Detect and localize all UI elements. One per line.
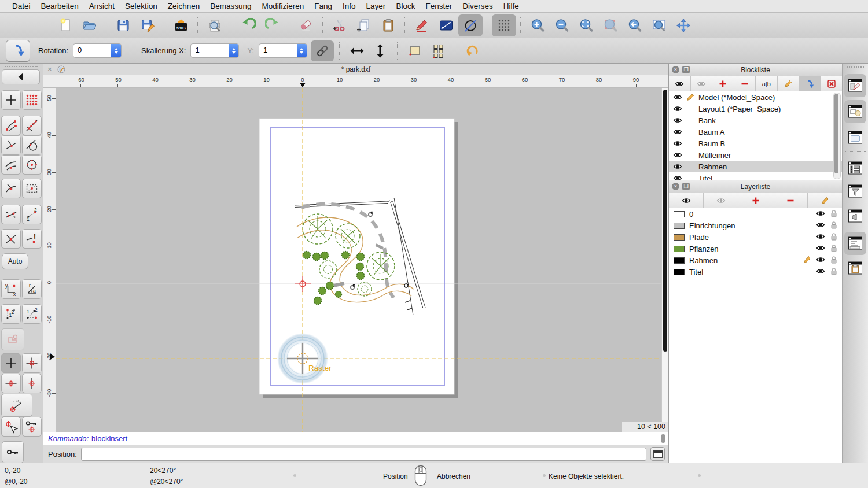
snap-perpendicular-button[interactable] (1, 135, 21, 155)
distance-measure-button[interactable] (434, 14, 458, 36)
snap-grid-button[interactable] (22, 90, 42, 110)
clipboard-panel-dock-icon[interactable] (844, 257, 866, 280)
zoom-window-button[interactable] (647, 14, 671, 36)
dock-drag-handle[interactable] (847, 66, 864, 68)
block-row-m-lleimer[interactable]: Mülleimer (669, 149, 842, 161)
block-visibility-eye-icon[interactable] (669, 93, 686, 102)
property-pencil-button[interactable] (410, 14, 434, 36)
add-block-button[interactable] (712, 76, 734, 91)
relative-polar-button[interactable]: 12 (22, 304, 42, 324)
block-list-scrollbar[interactable] (833, 93, 841, 179)
draw-ellipse-button[interactable] (458, 14, 483, 36)
block-row-baum-a[interactable]: Baum A (669, 126, 842, 138)
block-row-rahmen[interactable]: Rahmen (669, 161, 842, 172)
grid-toggle-button[interactable] (492, 14, 516, 36)
command-line-dock-icon[interactable] (844, 232, 866, 255)
layer-lock-icon[interactable] (829, 267, 838, 278)
layer-visibility-eye-icon[interactable] (816, 209, 825, 220)
block-row-titel[interactable]: Titel (669, 172, 842, 180)
zoom-auto-button[interactable] (574, 14, 598, 36)
block-list-dock-icon[interactable] (844, 100, 866, 123)
add-layer-button[interactable] (738, 193, 773, 208)
layer-visibility-eye-icon[interactable] (816, 255, 825, 266)
property-editor-dock-icon[interactable] (844, 74, 866, 97)
menu-bemassung[interactable]: Bemassung (205, 2, 256, 10)
set-relative-zero-button[interactable] (1, 417, 21, 437)
reset-button[interactable] (461, 40, 484, 61)
layer-lock-icon[interactable] (829, 220, 838, 231)
open-file-button[interactable] (78, 14, 102, 36)
layer-list-dock-icon[interactable] (844, 157, 866, 180)
restrict-settings-button[interactable] (1, 328, 24, 350)
menu-fang[interactable]: Fang (309, 2, 337, 10)
menu-block[interactable]: Block (391, 2, 420, 10)
rotation-value[interactable]: 0 (73, 44, 111, 57)
rotation-stepper[interactable] (111, 44, 121, 57)
scale-link-button[interactable] (311, 40, 334, 61)
hide-all-blocks-button[interactable] (691, 76, 713, 91)
coordinate-cartesian-button[interactable]: yx (1, 279, 21, 299)
restrict-vertical-button[interactable] (22, 374, 42, 393)
pan-button[interactable] (671, 14, 696, 36)
position-input[interactable] (81, 448, 646, 461)
restrict-off-button[interactable] (1, 353, 21, 373)
restrict-angle-button[interactable] (1, 394, 32, 417)
scale-y-value[interactable]: 1 (259, 44, 297, 57)
menu-ansicht[interactable]: Ansicht (84, 2, 120, 10)
menu-hilfe[interactable]: Hilfe (498, 2, 524, 10)
block-row-model-model-space[interactable]: Model (*Model_Space) (669, 91, 842, 103)
layer-lock-icon[interactable] (829, 243, 838, 254)
array-insert-button[interactable] (426, 40, 450, 61)
purge-block-button[interactable] (821, 76, 843, 91)
zoom-previous-button[interactable] (623, 14, 647, 36)
remove-layer-button[interactable] (773, 193, 808, 208)
menu-diverses[interactable]: Diverses (457, 2, 498, 10)
block-visibility-eye-icon[interactable] (669, 104, 686, 113)
snap-tangent-button[interactable] (22, 135, 42, 155)
layer-lock-icon[interactable] (829, 209, 838, 220)
rename-block-button[interactable]: a|b (756, 76, 778, 91)
layer-edit-pencil-icon[interactable] (803, 255, 812, 266)
block-visibility-eye-icon[interactable] (669, 127, 686, 136)
block-edit-pencil-icon[interactable] (686, 93, 698, 102)
layer-row-einrichtungen[interactable]: Einrichtungen (669, 220, 842, 231)
canvas-vertical-scrollbar[interactable] (661, 88, 668, 432)
auto-button[interactable]: Auto (2, 253, 28, 269)
layer-lock-icon[interactable] (829, 232, 838, 243)
selection-filter-dock-icon[interactable] (844, 180, 866, 203)
cut-button[interactable] (328, 14, 352, 36)
scale-y-stepper[interactable] (297, 44, 307, 57)
position-options-button[interactable] (650, 447, 665, 461)
scale-y-spinner[interactable]: 1 (259, 43, 307, 58)
redo-button[interactable] (260, 14, 285, 36)
menu-bearbeiten[interactable]: Bearbeiten (36, 2, 84, 10)
snap-intersection-button[interactable] (1, 229, 21, 249)
edit-layer-button[interactable] (808, 193, 842, 208)
block-row-baum-b[interactable]: Baum B (669, 138, 842, 149)
block-visibility-eye-icon[interactable] (669, 150, 686, 160)
toolbar-drag-handle[interactable] (5, 66, 38, 67)
scale-x-spinner[interactable]: 1 (190, 43, 239, 58)
block-visibility-eye-icon[interactable] (669, 116, 686, 125)
layer-visibility-eye-icon[interactable] (816, 243, 825, 254)
library-browser-dock-icon[interactable] (844, 126, 866, 149)
edit-block-button[interactable] (778, 76, 800, 91)
layer-row-pfade[interactable]: Pfade (669, 231, 842, 243)
show-all-layers-button[interactable] (669, 193, 704, 208)
command-line[interactable]: Kommando: blockinsert (43, 432, 668, 445)
svg-export-button[interactable]: SVG (169, 14, 193, 36)
copy-button[interactable] (352, 14, 376, 36)
layer-row-pflanzen[interactable]: Pflanzen (669, 243, 842, 254)
snap-distance-button[interactable] (1, 205, 21, 224)
delete-entities-button[interactable] (294, 14, 318, 36)
menu-datei[interactable]: Datei (7, 2, 36, 10)
insert-block-button[interactable] (799, 76, 821, 91)
menu-selektion[interactable]: Selektion (120, 2, 163, 10)
single-insert-button[interactable] (403, 40, 426, 61)
command-scrollbar[interactable] (661, 434, 665, 443)
scrollbar-thumb[interactable] (663, 90, 667, 352)
menu-fenster[interactable]: Fenster (420, 2, 457, 10)
block-row-bank[interactable]: Bank (669, 114, 842, 126)
snap-on-entity-button[interactable] (22, 116, 42, 135)
layer-row-titel[interactable]: Titel (669, 266, 842, 278)
